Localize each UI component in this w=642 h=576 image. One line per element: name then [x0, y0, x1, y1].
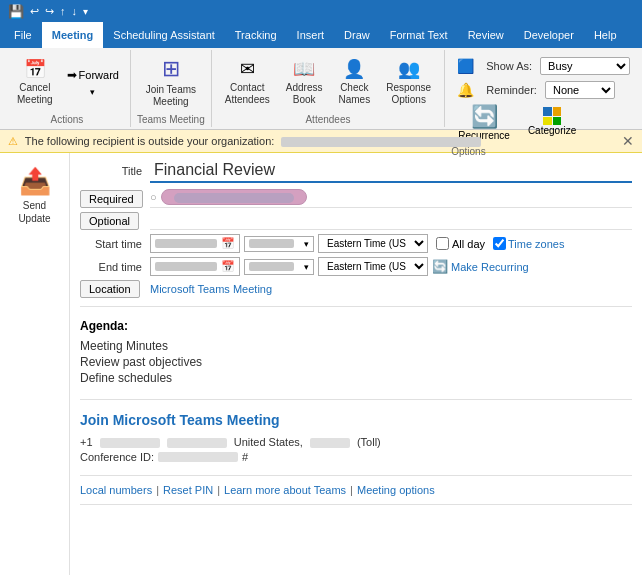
reminder-icon: 🔔	[457, 82, 474, 98]
categorize-icon	[543, 107, 561, 125]
form-area: Title Required ○ Optional Start time	[70, 153, 642, 575]
save-icon[interactable]: 💾	[8, 4, 24, 19]
notification-close-button[interactable]: ✕	[622, 133, 634, 149]
agenda-section: Agenda: Meeting Minutes Review past obje…	[80, 315, 632, 391]
end-time-value	[249, 262, 294, 271]
show-as-row: 🟦 Show As: Busy	[451, 55, 636, 77]
location-row: Location Microsoft Teams Meeting	[80, 280, 632, 298]
end-date-input[interactable]: 📅	[150, 257, 240, 276]
tab-help[interactable]: Help	[584, 22, 627, 48]
contact-attendees-button[interactable]: ✉ ContactAttendees	[218, 55, 277, 109]
timezones-checkbox[interactable]	[493, 237, 506, 250]
make-recurring-link[interactable]: 🔄 Make Recurring	[432, 259, 529, 274]
start-date-value	[155, 239, 217, 248]
local-numbers-link[interactable]: Local numbers	[80, 484, 152, 496]
forward-arrow[interactable]: ▾	[62, 85, 124, 99]
optional-input-area[interactable]	[150, 213, 632, 230]
categorize-button[interactable]: Categorize	[521, 101, 583, 139]
response-icon: 👥	[398, 58, 420, 80]
start-date-calendar-icon: 📅	[221, 237, 235, 250]
join-teams-link[interactable]: Join Microsoft Teams Meeting	[80, 412, 632, 428]
tab-insert[interactable]: Insert	[287, 22, 335, 48]
time-zones-link[interactable]: Time zones	[493, 237, 564, 250]
ribbon: 📅 CancelMeeting ➡ Forward ▾ Actions ⊞ Jo…	[0, 48, 642, 130]
location-label-area: Location	[80, 280, 150, 298]
recipient-redacted	[281, 137, 481, 147]
tab-scheduling[interactable]: Scheduling Assistant	[103, 22, 225, 48]
recurrence-icon: 🔄	[471, 104, 498, 130]
show-as-icon: 🟦	[457, 58, 474, 74]
tab-meeting[interactable]: Meeting	[42, 22, 104, 48]
reminder-select[interactable]: None	[545, 81, 615, 99]
left-panel: 📤 SendUpdate	[0, 153, 70, 575]
tab-file[interactable]: File	[4, 22, 42, 48]
end-time-arrow: ▾	[304, 262, 309, 272]
teams-section: Join Microsoft Teams Meeting +1 United S…	[80, 408, 632, 467]
optional-button[interactable]: Optional	[80, 212, 139, 230]
divider-3	[80, 475, 632, 476]
start-time-row: Start time 📅 ▾ Eastern Time (US & Cana A…	[80, 234, 632, 253]
send-update-label: SendUpdate	[18, 199, 50, 225]
all-day-checkbox-area: All day	[436, 237, 485, 250]
end-time-input[interactable]: ▾	[244, 259, 314, 275]
agenda-item-2: Define schedules	[80, 371, 632, 385]
contact-icon: ✉	[240, 58, 255, 80]
title-row: Title	[80, 159, 632, 183]
required-attendee-tag	[161, 189, 307, 205]
ribbon-group-actions: 📅 CancelMeeting ➡ Forward ▾ Actions	[4, 50, 131, 127]
divider-2	[80, 399, 632, 400]
tab-review[interactable]: Review	[458, 22, 514, 48]
teams-meeting-link[interactable]: Microsoft Teams Meeting	[150, 283, 272, 295]
undo-icon[interactable]: ↩	[30, 5, 39, 18]
required-radio: ○	[150, 191, 157, 203]
response-options-button[interactable]: 👥 ResponseOptions	[379, 55, 438, 109]
conference-row: Conference ID: #	[80, 451, 632, 463]
optional-input[interactable]	[150, 214, 632, 226]
cancel-meeting-label: CancelMeeting	[17, 82, 53, 106]
start-timezone-select[interactable]: Eastern Time (US & Cana	[318, 234, 428, 253]
footer-links: Local numbers | Reset PIN | Learn more a…	[80, 484, 632, 496]
attendees-buttons: ✉ ContactAttendees 📖 AddressBook 👤 Check…	[218, 52, 438, 112]
all-day-checkbox[interactable]	[436, 237, 449, 250]
redo-icon[interactable]: ↪	[45, 5, 54, 18]
show-as-select[interactable]: Busy	[540, 57, 630, 75]
pipe-1: |	[152, 484, 163, 496]
start-date-input[interactable]: 📅	[150, 234, 240, 253]
title-input[interactable]	[150, 159, 632, 183]
customize-icon[interactable]: ▾	[83, 6, 88, 17]
tab-developer[interactable]: Developer	[514, 22, 584, 48]
join-teams-button[interactable]: ⊞ Join TeamsMeeting	[139, 53, 203, 111]
down-icon[interactable]: ↓	[72, 5, 78, 17]
optional-label: Optional	[80, 212, 150, 230]
start-time-arrow: ▾	[304, 239, 309, 249]
tab-format-text[interactable]: Format Text	[380, 22, 458, 48]
start-time-label: Start time	[80, 238, 150, 250]
end-timezone-select[interactable]: Eastern Time (US & Cana	[318, 257, 428, 276]
cancel-meeting-button[interactable]: 📅 CancelMeeting	[10, 55, 60, 109]
tab-draw[interactable]: Draw	[334, 22, 380, 48]
tab-tracking[interactable]: Tracking	[225, 22, 287, 48]
forward-top[interactable]: ➡ Forward	[62, 65, 124, 85]
teams-phone: +1 United States, (Toll)	[80, 436, 632, 448]
phone-redacted-3	[310, 438, 350, 448]
required-row: Required ○	[80, 189, 632, 208]
send-update-button[interactable]: 📤 SendUpdate	[13, 161, 55, 230]
warning-icon: ⚠	[8, 135, 18, 147]
contact-label: ContactAttendees	[225, 82, 270, 106]
start-time-input[interactable]: ▾	[244, 236, 314, 252]
check-names-label: CheckNames	[338, 82, 370, 106]
check-names-button[interactable]: 👤 CheckNames	[331, 55, 377, 109]
learn-more-link[interactable]: Learn more about Teams	[224, 484, 346, 496]
join-teams-label: Join TeamsMeeting	[146, 84, 196, 108]
location-button[interactable]: Location	[80, 280, 140, 298]
reset-pin-link[interactable]: Reset PIN	[163, 484, 213, 496]
pipe-2: |	[213, 484, 224, 496]
address-book-button[interactable]: 📖 AddressBook	[279, 55, 330, 109]
actions-label: Actions	[51, 112, 84, 125]
forward-button[interactable]: ➡ Forward ▾	[62, 65, 124, 99]
required-button[interactable]: Required	[80, 190, 143, 208]
meeting-options-link[interactable]: Meeting options	[357, 484, 435, 496]
end-time-row: End time 📅 ▾ Eastern Time (US & Cana 🔄 M…	[80, 257, 632, 276]
ribbon-group-teams: ⊞ Join TeamsMeeting Teams Meeting	[131, 50, 212, 127]
up-icon[interactable]: ↑	[60, 5, 66, 17]
